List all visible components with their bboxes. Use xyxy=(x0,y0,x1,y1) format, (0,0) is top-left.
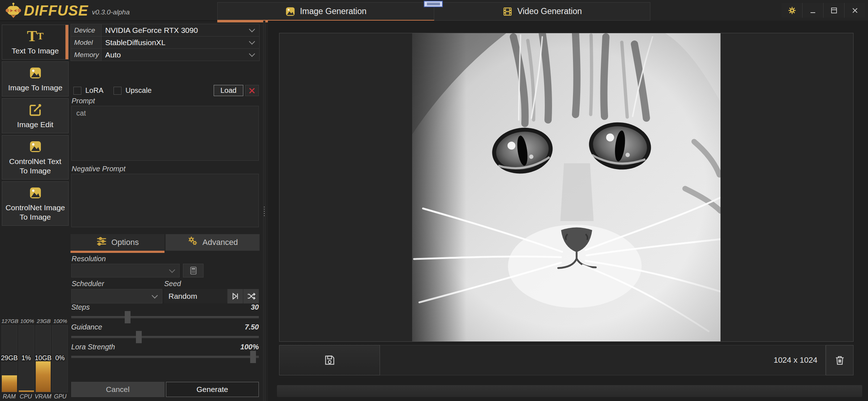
sidebar-item-controlnet-image-to-image[interactable]: ControlNet Image To Image xyxy=(2,181,69,226)
meter-name-cpu: CPU xyxy=(18,392,34,400)
settings-panel: DeviceNVIDIA GeForce RTX 3090ModelStable… xyxy=(70,22,260,401)
meter-bar-vram: 10GB xyxy=(35,325,51,392)
sidebar-item-label: ControlNet Text To Image xyxy=(4,157,66,176)
negative-prompt-input[interactable] xyxy=(71,174,259,227)
film-icon xyxy=(502,6,513,17)
meter-max-row: 127GB100%23GB100% xyxy=(1,317,68,325)
selected-value: NVIDIA GeForce RTX 3090 xyxy=(105,26,198,35)
sidebar-item-controlnet-text-to-image[interactable]: ControlNet Text To Image xyxy=(2,135,69,180)
calculator-icon xyxy=(189,266,198,275)
parameter-sliders: Steps30Guidance7.50Lora Strength100% xyxy=(71,303,259,363)
chevron-down-icon xyxy=(249,51,255,57)
subtab-advanced[interactable]: Advanced xyxy=(166,234,260,251)
prompt-label: Prompt xyxy=(72,97,95,105)
tab-image-generation[interactable]: Image Generation xyxy=(218,3,434,20)
slider-lora-strength: Lora Strength100% xyxy=(71,343,259,363)
load-model-button[interactable]: Load xyxy=(214,85,243,96)
minimize-button[interactable] xyxy=(802,3,823,18)
gear-icon xyxy=(788,6,796,15)
shuffle-icon xyxy=(247,292,256,301)
slider-label: Lora Strength xyxy=(71,343,115,351)
chevron-down-icon xyxy=(169,267,175,273)
slider-handle[interactable] xyxy=(250,351,256,363)
meter-value: 1% xyxy=(17,354,35,362)
upscale-checkbox[interactable] xyxy=(114,87,121,95)
image-icon xyxy=(29,185,42,200)
maximize-button[interactable] xyxy=(823,3,844,18)
slider-track[interactable] xyxy=(71,336,259,338)
mode-sidebar: TTText To ImageImage To ImageImage EditC… xyxy=(2,25,69,226)
sidebar-item-label: Image Edit xyxy=(17,120,53,129)
meter-max-vram: 23GB xyxy=(36,317,51,325)
resolution-calculator-button[interactable] xyxy=(183,264,204,277)
config-row-label: Memory xyxy=(71,49,102,61)
image-edit-icon xyxy=(29,102,42,117)
slider-handle[interactable] xyxy=(136,331,142,343)
config-row-label: Model xyxy=(71,36,102,48)
window-controls xyxy=(782,3,865,18)
generated-image-canvas xyxy=(279,33,854,342)
image-icon xyxy=(29,139,42,154)
tab-video-generation[interactable]: Video Generation xyxy=(434,3,650,20)
panel-splitter[interactable] xyxy=(263,21,265,401)
meter-name-ram: RAM xyxy=(1,392,17,400)
sidebar-item-label: Image To Image xyxy=(8,83,62,92)
maximize-icon xyxy=(830,6,838,15)
unload-model-button[interactable] xyxy=(245,85,259,96)
meter-name-vram: VRAM xyxy=(35,392,51,400)
image-icon xyxy=(29,65,42,80)
device-config-table: DeviceNVIDIA GeForce RTX 3090ModelStable… xyxy=(70,24,260,61)
sidebar-item-image-edit[interactable]: Image Edit xyxy=(2,98,69,133)
sidebar-item-image-to-image[interactable]: Image To Image xyxy=(2,61,69,96)
meter-bar-ram: 29GB xyxy=(1,325,17,392)
image-icon xyxy=(285,6,296,17)
meter-name-gpu: GPU xyxy=(52,392,68,400)
meter-bars-row: 29GB1%10GB0% xyxy=(1,325,68,392)
prompt-input[interactable]: cat xyxy=(71,106,259,161)
meter-max-gpu: 100% xyxy=(52,317,68,325)
meter-fill xyxy=(36,361,51,392)
close-button[interactable] xyxy=(844,3,865,18)
seed-randomize-button[interactable] xyxy=(243,289,259,303)
sidebar-item-text-to-image[interactable]: TTText To Image xyxy=(2,25,69,60)
image-resolution-label: 1024 x 1024 xyxy=(774,355,817,365)
scheduler-label: Scheduler xyxy=(72,280,104,288)
app-logo: DIFFUSE v0.3.0-alpha xyxy=(5,2,130,18)
negative-prompt-label: Negative Prompt xyxy=(72,165,125,173)
meter-max-ram: 127GB xyxy=(1,317,18,325)
config-row-label: Device xyxy=(71,24,102,36)
memory-select[interactable]: Auto xyxy=(102,49,259,61)
generated-cat-image xyxy=(412,33,721,341)
slider-handle[interactable] xyxy=(125,311,131,323)
cancel-button[interactable]: Cancel xyxy=(71,382,164,397)
slider-guidance: Guidance7.50 xyxy=(71,323,259,343)
scheduler-select[interactable] xyxy=(71,289,162,303)
sidebar-item-label: ControlNet Image To Image xyxy=(4,203,66,222)
generate-button[interactable]: Generate xyxy=(166,382,259,397)
device-select[interactable]: NVIDIA GeForce RTX 3090 xyxy=(102,24,259,36)
model-select[interactable]: StableDiffusionXL xyxy=(102,36,259,48)
model-options-row: LoRA Upscale Load xyxy=(73,85,259,96)
seed-input[interactable]: Random xyxy=(164,289,227,303)
seed-label: Seed xyxy=(164,280,181,288)
lora-checkbox[interactable] xyxy=(73,87,81,95)
slider-track[interactable] xyxy=(71,316,259,318)
subtab-options[interactable]: Options xyxy=(70,234,164,251)
meter-name-row: RAMCPUVRAMGPU xyxy=(1,392,68,400)
resolution-select[interactable] xyxy=(71,264,180,277)
meter-bar-gpu: 0% xyxy=(52,325,68,392)
slider-track[interactable] xyxy=(71,356,259,358)
app-title: DIFFUSE xyxy=(24,3,88,18)
meter-bar-cpu: 1% xyxy=(18,325,34,392)
seed-reuse-button[interactable] xyxy=(227,289,243,303)
save-image-button[interactable] xyxy=(279,345,380,375)
titlebar: DIFFUSE v0.3.0-alpha Image GenerationVid… xyxy=(0,0,868,21)
subtab-label: Advanced xyxy=(202,238,238,247)
splitter-grip-handle[interactable] xyxy=(424,1,443,7)
lora-checkbox-label: LoRA xyxy=(85,86,103,95)
settings-button[interactable] xyxy=(782,3,802,18)
sliders-icon xyxy=(96,236,107,249)
options-advanced-tabs: OptionsAdvanced xyxy=(70,234,260,251)
slider-steps: Steps30 xyxy=(71,303,259,323)
delete-image-button[interactable] xyxy=(826,345,854,375)
